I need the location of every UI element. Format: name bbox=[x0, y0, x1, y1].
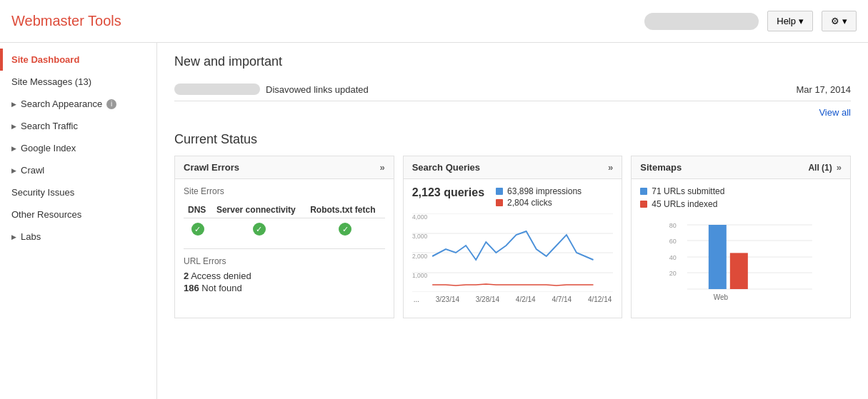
sidebar-item-other-resources[interactable]: Other Resources bbox=[0, 203, 156, 226]
sidebar-item-site-messages[interactable]: Site Messages (13) bbox=[0, 71, 156, 93]
robots-status: ✓ bbox=[306, 218, 385, 241]
gear-icon: ⚙ bbox=[831, 16, 839, 26]
status-grid: Crawl Errors » Site Errors DNS Server co… bbox=[174, 156, 851, 318]
site-url-pill bbox=[174, 84, 260, 95]
view-all-link[interactable]: View all bbox=[174, 104, 851, 126]
sitemaps-expand[interactable]: » bbox=[837, 162, 842, 173]
dns-status: ✓ bbox=[184, 218, 212, 241]
header-right: Help ▾ ⚙ ▾ bbox=[644, 11, 857, 31]
indexed-dot bbox=[640, 201, 647, 208]
impressions-dot bbox=[496, 188, 503, 195]
search-queries-card: Search Queries » 2,123 queries 63,898 im… bbox=[403, 156, 623, 318]
notification-date: Mar 17, 2014 bbox=[796, 84, 851, 95]
queries-legend: 63,898 impressions 2,804 clicks bbox=[496, 186, 582, 208]
site-errors-table: DNS Server connectivity Robots.txt fetch… bbox=[184, 202, 385, 240]
bar-chart-svg: 80 60 40 20 Web bbox=[640, 218, 842, 303]
dns-col-header: DNS bbox=[184, 202, 212, 218]
current-status-section: Current Status Crawl Errors » Site Error… bbox=[174, 132, 851, 318]
search-queries-title: Search Queries bbox=[412, 162, 480, 173]
header: Webmaster Tools Help ▾ ⚙ ▾ bbox=[0, 0, 868, 43]
impressions-legend-item: 63,898 impressions bbox=[496, 186, 582, 196]
x-label-0: ... bbox=[414, 296, 419, 303]
sidebar-item-security-issues[interactable]: Security Issues bbox=[0, 181, 156, 203]
sidebar-item-google-index[interactable]: Google Index bbox=[0, 137, 156, 159]
search-queries-chart: 4,000 3,000 2,000 1,000 ... bbox=[412, 213, 614, 299]
sitemaps-header: Sitemaps All (1) » bbox=[632, 156, 850, 179]
crawl-errors-body: Site Errors DNS Server connectivity Robo… bbox=[175, 179, 394, 302]
gear-arrow-icon: ▾ bbox=[842, 16, 847, 26]
impressions-label: 63,898 impressions bbox=[507, 186, 582, 196]
sidebar-item-search-appearance[interactable]: Search Appearance i bbox=[0, 93, 156, 115]
sidebar: Site Dashboard Site Messages (13) Search… bbox=[0, 43, 157, 399]
sidebar-item-labs[interactable]: Labs bbox=[0, 226, 156, 248]
queries-count: 2,123 queries bbox=[412, 186, 484, 199]
help-button[interactable]: Help ▾ bbox=[767, 11, 813, 31]
new-and-important-section: New and important Disavowed links update… bbox=[174, 54, 851, 126]
crawl-errors-title: Crawl Errors bbox=[184, 162, 239, 173]
sidebar-label-search-appearance: Search Appearance bbox=[21, 99, 102, 109]
x-label-5: 4/12/14 bbox=[588, 296, 612, 303]
layout: Site Dashboard Site Messages (13) Search… bbox=[0, 43, 868, 399]
help-arrow-icon: ▾ bbox=[799, 16, 804, 26]
indexed-label: 45 URLs indexed bbox=[652, 199, 717, 209]
sitemaps-header-right: All (1) » bbox=[808, 162, 842, 173]
svg-text:20: 20 bbox=[669, 270, 677, 277]
url-errors-section: URL Errors 2 Access denied 186 Not found bbox=[184, 248, 385, 293]
svg-text:60: 60 bbox=[669, 238, 677, 245]
crawl-errors-card: Crawl Errors » Site Errors DNS Server co… bbox=[174, 156, 394, 318]
svg-text:1,000: 1,000 bbox=[412, 272, 427, 279]
sitemaps-card: Sitemaps All (1) » 71 URLs submitted bbox=[631, 156, 851, 318]
sidebar-item-search-traffic[interactable]: Search Traffic bbox=[0, 115, 156, 137]
search-queries-header: Search Queries » bbox=[404, 156, 622, 179]
account-pill bbox=[644, 13, 759, 30]
server-col-header: Server connectivity bbox=[212, 202, 306, 218]
submitted-legend-item: 71 URLs submitted bbox=[640, 186, 842, 196]
gear-button[interactable]: ⚙ ▾ bbox=[822, 11, 857, 31]
crawl-errors-header: Crawl Errors » bbox=[175, 156, 394, 179]
sidebar-item-site-dashboard[interactable]: Site Dashboard bbox=[0, 49, 156, 71]
sidebar-label-site-messages: Site Messages (13) bbox=[11, 76, 91, 87]
sidebar-label-other-resources: Other Resources bbox=[11, 209, 81, 220]
url-error-access-denied: 2 Access denied bbox=[184, 271, 385, 281]
main-content: New and important Disavowed links update… bbox=[157, 43, 868, 399]
notification-left: Disavowed links updated bbox=[174, 84, 369, 95]
server-check-icon: ✓ bbox=[253, 223, 266, 236]
help-label: Help bbox=[777, 16, 796, 26]
x-label-4: 4/7/14 bbox=[552, 296, 572, 303]
submitted-dot bbox=[640, 188, 647, 195]
sidebar-label-search-traffic: Search Traffic bbox=[21, 121, 78, 131]
clicks-label: 2,804 clicks bbox=[507, 198, 552, 208]
dns-check-icon: ✓ bbox=[191, 223, 204, 236]
clicks-dot bbox=[496, 199, 503, 206]
x-label-2: 3/28/14 bbox=[476, 296, 499, 303]
sidebar-item-crawl[interactable]: Crawl bbox=[0, 159, 156, 181]
sidebar-label-google-index: Google Index bbox=[21, 143, 76, 153]
sitemaps-legend: 71 URLs submitted 45 URLs indexed bbox=[640, 186, 842, 209]
sitemaps-body: 71 URLs submitted 45 URLs indexed bbox=[632, 179, 850, 318]
search-queries-expand[interactable]: » bbox=[608, 162, 613, 173]
notification-bar: Disavowed links updated Mar 17, 2014 bbox=[174, 78, 851, 101]
svg-text:2,000: 2,000 bbox=[412, 253, 427, 260]
sitemaps-title: Sitemaps bbox=[640, 162, 682, 173]
server-status: ✓ bbox=[212, 218, 306, 241]
x-label-3: 4/2/14 bbox=[516, 296, 536, 303]
svg-text:80: 80 bbox=[669, 222, 677, 229]
sidebar-label-site-dashboard: Site Dashboard bbox=[11, 54, 79, 65]
queries-stats: 2,123 queries 63,898 impressions 2,804 c… bbox=[412, 186, 614, 208]
svg-text:4,000: 4,000 bbox=[412, 213, 427, 221]
sitemaps-all-label: All (1) bbox=[808, 163, 832, 173]
info-icon: i bbox=[106, 99, 116, 109]
submitted-label: 71 URLs submitted bbox=[652, 186, 724, 196]
sidebar-label-crawl: Crawl bbox=[21, 165, 44, 176]
current-status-title: Current Status bbox=[174, 132, 851, 147]
x-label-1: 3/23/14 bbox=[436, 296, 459, 303]
clicks-legend-item: 2,804 clicks bbox=[496, 198, 582, 208]
submitted-bar bbox=[709, 225, 727, 289]
svg-text:40: 40 bbox=[669, 254, 677, 261]
crawl-errors-expand[interactable]: » bbox=[379, 162, 384, 173]
indexed-bar bbox=[730, 253, 748, 289]
url-error-not-found: 186 Not found bbox=[184, 283, 385, 293]
sidebar-label-labs: Labs bbox=[21, 231, 41, 242]
svg-text:3,000: 3,000 bbox=[412, 233, 427, 240]
chart-x-labels: ... 3/23/14 3/28/14 4/2/14 4/7/14 4/12/1… bbox=[412, 296, 614, 303]
